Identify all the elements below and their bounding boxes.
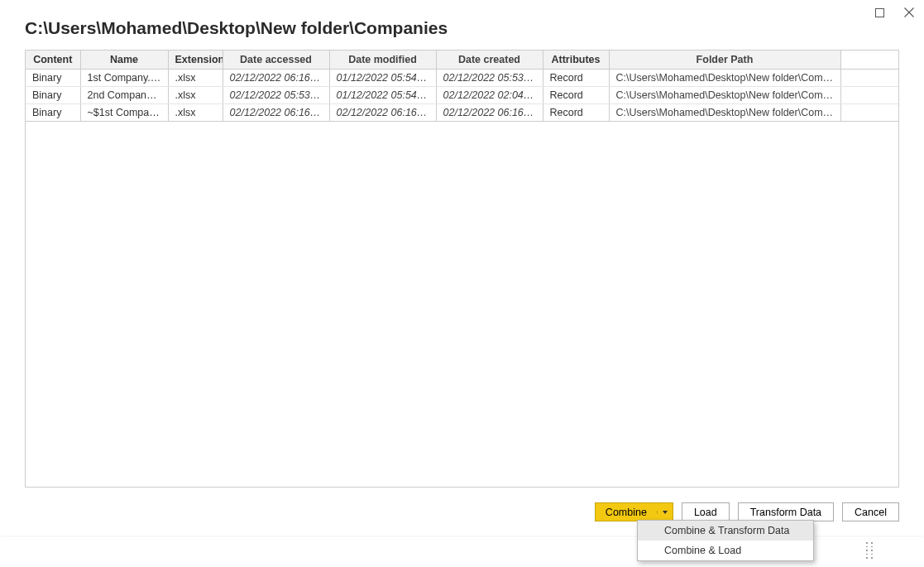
cell-date-accessed: 02/12/2022 06:16:04 AM <box>223 70 329 87</box>
cell-name: 1st Company.xlsx <box>80 70 168 87</box>
cell-attributes: Record <box>543 104 609 122</box>
col-header-name[interactable]: Name <box>80 50 168 70</box>
dropdown-combine-load[interactable]: Combine & Load <box>638 541 813 560</box>
cell-folder-path: C:\Users\Mohamed\Desktop\New folder\Comp… <box>609 87 840 104</box>
col-header-extension[interactable]: Extension <box>168 50 223 70</box>
cell-date-created: 02/12/2022 02:04:20 PM <box>436 87 543 104</box>
chevron-down-icon <box>663 511 668 514</box>
col-header-date-modified[interactable]: Date modified <box>329 50 436 70</box>
cell-content: Binary <box>26 70 80 87</box>
col-header-attributes[interactable]: Attributes <box>543 50 609 70</box>
cell-attributes: Record <box>543 87 609 104</box>
cell-folder-path: C:\Users\Mohamed\Desktop\New folder\Comp… <box>609 104 840 122</box>
cell-date-accessed: 02/12/2022 06:16:19 AM <box>223 104 329 122</box>
button-bar: Combine Load Transform Data Cancel <box>595 502 899 521</box>
cell-date-modified: 01/12/2022 05:54:12 PM <box>329 87 436 104</box>
cell-date-modified: 01/12/2022 05:54:12 PM <box>329 70 436 87</box>
combine-button[interactable]: Combine <box>595 502 673 521</box>
data-table: Content Name Extension Date accessed Dat… <box>26 50 898 122</box>
col-header-content[interactable]: Content <box>26 50 80 70</box>
cell-date-created: 02/12/2022 06:16:19 AM <box>436 104 543 122</box>
cell-content: Binary <box>26 87 80 104</box>
cell-date-created: 02/12/2022 05:53:09 AM <box>436 70 543 87</box>
cell-extension: .xlsx <box>168 70 223 87</box>
cell-folder-path: C:\Users\Mohamed\Desktop\New folder\Comp… <box>609 70 840 87</box>
cell-attributes: Record <box>543 70 609 87</box>
combine-button-label: Combine <box>596 507 657 518</box>
table-row[interactable]: Binary ~$1st Company.xlsx .xlsx 02/12/20… <box>26 104 898 122</box>
maximize-icon[interactable] <box>875 7 884 20</box>
cell-date-modified: 02/12/2022 06:16:19 AM <box>329 104 436 122</box>
combine-dropdown-toggle[interactable] <box>657 511 673 514</box>
cell-name: ~$1st Company.xlsx <box>80 104 168 122</box>
cell-name: 2nd Company.xlsx <box>80 87 168 104</box>
col-header-folder-path[interactable]: Folder Path <box>609 50 840 70</box>
table-row[interactable]: Binary 1st Company.xlsx .xlsx 02/12/2022… <box>26 70 898 87</box>
cell-extension: .xlsx <box>168 87 223 104</box>
page-title: C:\Users\Mohamed\Desktop\New folder\Comp… <box>0 0 924 50</box>
load-button[interactable]: Load <box>682 502 730 521</box>
preview-pane: Content Name Extension Date accessed Dat… <box>25 50 899 488</box>
cell-date-accessed: 02/12/2022 05:53:33 AM <box>223 87 329 104</box>
dropdown-combine-transform[interactable]: Combine & Transform Data <box>638 521 813 541</box>
col-header-date-accessed[interactable]: Date accessed <box>223 50 329 70</box>
col-header-date-created[interactable]: Date created <box>436 50 543 70</box>
cell-content: Binary <box>26 104 80 122</box>
table-row[interactable]: Binary 2nd Company.xlsx .xlsx 02/12/2022… <box>26 87 898 104</box>
resize-grip-icon[interactable] <box>866 542 873 559</box>
table-header-row: Content Name Extension Date accessed Dat… <box>26 50 898 70</box>
combine-dropdown-menu: Combine & Transform Data Combine & Load <box>637 520 814 561</box>
cell-extension: .xlsx <box>168 104 223 122</box>
transform-data-button[interactable]: Transform Data <box>738 502 834 521</box>
cancel-button[interactable]: Cancel <box>842 502 899 521</box>
svg-rect-0 <box>876 9 884 17</box>
close-icon[interactable] <box>904 7 914 20</box>
